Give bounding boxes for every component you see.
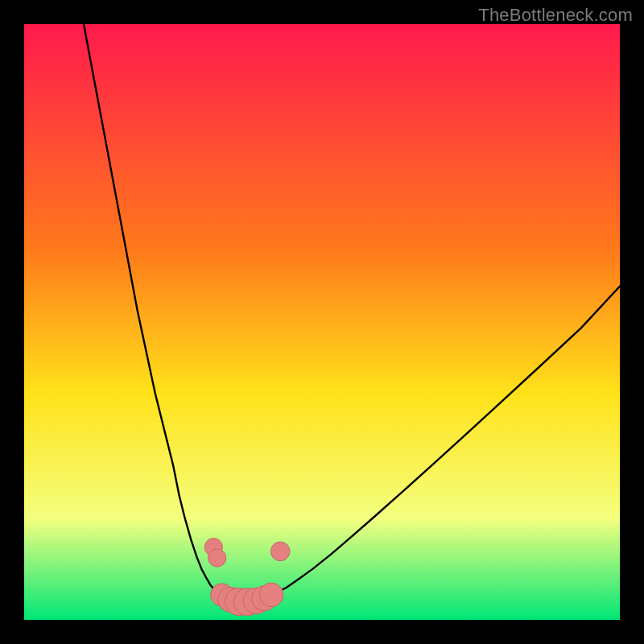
data-marker <box>270 542 290 561</box>
data-marker <box>259 583 283 607</box>
watermark-text: TheBottleneck.com <box>478 5 633 26</box>
chart-frame: TheBottleneck.com <box>0 0 644 644</box>
plot-area <box>24 24 620 620</box>
bottleneck-chart <box>24 24 620 620</box>
gradient-background <box>24 24 620 620</box>
data-marker <box>208 549 226 567</box>
